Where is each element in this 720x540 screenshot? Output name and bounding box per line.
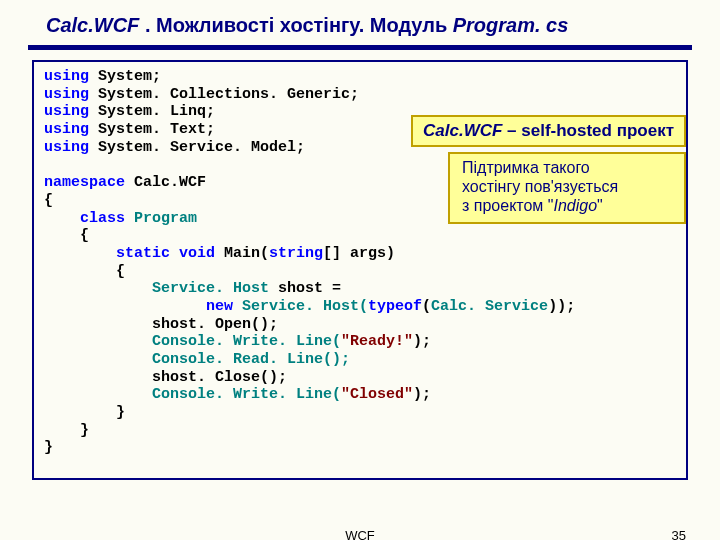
callout1-project: Calc.WCF [423,121,502,140]
kw-using: using [44,139,89,156]
title-part1: Calc.WCF [46,14,139,36]
page-number: 35 [672,528,686,540]
callout2-line1: Підтримка такого [462,158,674,177]
slide-title: Calc.WCF . Можливості хостінгу. Модуль P… [0,0,720,45]
callout2-line2: хостінгу пов'язується [462,177,674,196]
title-part2: . Можливості хостінгу. Модуль [139,14,452,36]
kw-static-void: static void [44,245,215,262]
callout-self-hosted: Calc.WCF – self-hosted проект [411,115,686,147]
kw-class: class [44,210,125,227]
callout2-line3: з проектом "Indigo" [462,196,674,215]
title-part3: Program. cs [453,14,569,36]
callout-indigo: Підтримка такого хостінгу пов'язується з… [448,152,686,224]
kw-namespace: namespace [44,174,125,191]
kw-using: using [44,103,89,120]
footer-label: WCF [345,528,375,540]
kw-using: using [44,86,89,103]
title-divider [28,45,692,50]
kw-using: using [44,68,89,85]
kw-using: using [44,121,89,138]
